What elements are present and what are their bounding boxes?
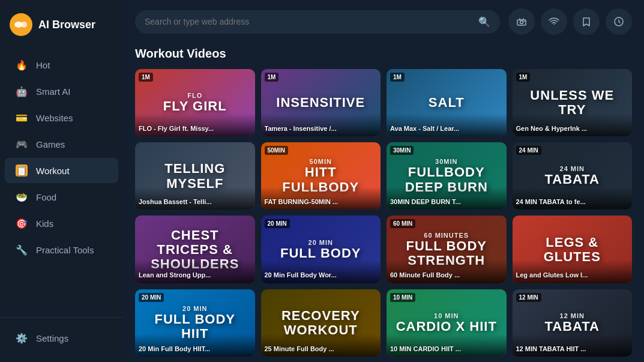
video-overlay: 24 MIN TABATA to fe... (513, 187, 633, 210)
video-title: 10 MIN CARDIO HIIT ... (390, 345, 503, 353)
sidebar-item-websites[interactable]: 💳 Websites (5, 105, 118, 130)
content-area: Workout Videos 1MFLOFLY GIRLFLO - Fly Gi… (123, 43, 644, 362)
video-main-label: SALT (393, 95, 501, 110)
video-title: 30MIN DEEP BURN T... (390, 198, 503, 206)
video-card[interactable]: 20 MIN20 MINFULL BODY20 Min Full Body Wo… (261, 216, 381, 283)
video-duration-badge: 60 MIN (390, 219, 415, 228)
video-title: Joshua Bassett - Telli... (139, 198, 251, 206)
video-thumbnail: 30MIN30MINFULLBODY DEEP BURN30MIN DEEP B… (387, 142, 507, 210)
video-duration-badge: 1M (390, 73, 405, 82)
sidebar-item-practical-tools[interactable]: 🔧 Practical Tools (5, 237, 118, 262)
sidebar-item-label-hot: Hot (36, 60, 50, 70)
video-title: FAT BURNING-50MIN ... (265, 198, 378, 206)
sidebar-item-workout[interactable]: 📋 Workout (5, 158, 118, 183)
svg-point-2 (21, 22, 27, 28)
main-content: 🔍 (123, 0, 644, 362)
wifi-icon-btn[interactable] (541, 8, 567, 35)
sidebar-item-label-food: Food (36, 192, 56, 202)
video-card[interactable]: 50MIN50MINHITT FULLBODYFAT BURNING-50MIN… (261, 142, 381, 210)
video-overlay: Lean and Strong Upp... (135, 260, 255, 283)
video-overlay: Gen Neo & HyperInk ... (513, 113, 633, 136)
video-title: FLO - Fly Girl ft. Missy... (139, 124, 251, 133)
video-overlay: FAT BURNING-50MIN ... (261, 187, 381, 210)
bookmark-icon-btn[interactable] (573, 8, 600, 35)
video-main-label: 24 MINTABATA (518, 165, 626, 187)
video-main-label: 20 MINFULL BODY (266, 238, 375, 260)
hot-icon: 🔥 (16, 59, 28, 71)
video-duration-badge: 20 MIN (139, 293, 164, 302)
video-main-label: 10 MINCARDIO X HIIT (393, 312, 501, 334)
video-overlay: Leg and Glutes Low I... (513, 260, 633, 283)
video-card[interactable]: 10 MIN10 MINCARDIO X HIIT10 MIN CARDIO H… (387, 289, 507, 357)
video-grid: 1MFLOFLY GIRLFLO - Fly Girl ft. Missy...… (135, 69, 632, 357)
video-duration-badge: 12 MIN (516, 293, 541, 302)
history-icon-btn[interactable] (606, 8, 632, 35)
video-thumbnail: 20 MIN20 MINFULL BODY HIIT20 Min Full Bo… (135, 289, 255, 357)
svg-point-4 (520, 21, 523, 24)
sidebar-item-games[interactable]: 🎮 Games (5, 131, 118, 157)
sidebar-item-label-practical-tools: Practical Tools (36, 245, 94, 255)
video-main-label: INSENSITIVE (266, 95, 375, 110)
video-title: 12 MIN TABATA HIIT ... (516, 345, 629, 353)
video-card[interactable]: LEGS & GLUTESLeg and Glutes Low I... (513, 216, 633, 283)
video-card[interactable]: 12 MIN12 MINTABATA12 MIN TABATA HIIT ... (513, 289, 633, 357)
video-card[interactable]: 1MFLOFLY GIRLFLO - Fly Girl ft. Missy... (135, 69, 255, 136)
video-card[interactable]: 20 MIN20 MINFULL BODY HIIT20 Min Full Bo… (135, 289, 255, 357)
video-card[interactable]: TELLING MYSELFJoshua Bassett - Telli... (135, 142, 255, 210)
food-icon: 🥗 (16, 191, 28, 203)
svg-point-5 (524, 21, 525, 22)
video-title: 20 Min Full Body HIIT... (139, 345, 251, 353)
video-title: Ava Max - Salt / Lear... (390, 124, 503, 133)
video-card[interactable]: 30MIN30MINFULLBODY DEEP BURN30MIN DEEP B… (387, 142, 507, 210)
video-title: 60 Minute Full Body ... (390, 271, 503, 279)
video-card[interactable]: 24 MIN24 MINTABATA24 MIN TABATA to fe... (513, 142, 633, 210)
video-overlay: 25 Minute Full Body ... (261, 334, 381, 357)
video-duration-badge: 20 MIN (265, 219, 290, 228)
settings-item[interactable]: ⚙️ Settings (5, 325, 118, 351)
settings-label: Settings (36, 333, 68, 343)
video-card[interactable]: 60 MIN60 MINUTESFULL BODY STRENGTH60 Min… (387, 216, 507, 283)
video-overlay: 20 Min Full Body Wor... (261, 260, 381, 283)
app-name: AI Browser (38, 19, 95, 31)
sidebar-item-hot[interactable]: 🔥 Hot (5, 52, 118, 77)
projector-icon-btn[interactable] (508, 8, 535, 35)
video-overlay: 60 Minute Full Body ... (387, 260, 507, 283)
sidebar-item-label-kids: Kids (36, 219, 53, 229)
video-title: 24 MIN TABATA to fe... (516, 198, 629, 206)
topbar-actions (508, 8, 632, 35)
sidebar-item-smart-ai[interactable]: 🤖 Smart AI (5, 79, 118, 104)
sidebar-item-kids[interactable]: 🎯 Kids (5, 211, 118, 236)
video-card[interactable]: 1MSALTAva Max - Salt / Lear... (387, 69, 507, 136)
video-thumbnail: 1MFLOFLY GIRLFLO - Fly Girl ft. Missy... (135, 69, 255, 136)
video-title: Lean and Strong Upp... (139, 271, 251, 279)
video-overlay: FLO - Fly Girl ft. Missy... (135, 113, 255, 136)
video-card[interactable]: RECOVERY WORKOUT25 Minute Full Body ... (261, 289, 381, 357)
video-thumbnail: RECOVERY WORKOUT25 Minute Full Body ... (261, 289, 381, 357)
practical-tools-icon: 🔧 (16, 244, 28, 256)
video-overlay: Ava Max - Salt / Lear... (387, 113, 507, 136)
video-thumbnail: 1MINSENSITIVETamera - Insensitive /... (261, 69, 381, 136)
settings-icon: ⚙️ (16, 332, 28, 344)
video-main-label: 12 MINTABATA (518, 312, 626, 334)
video-card[interactable]: 1MUNLESS WE TRYGen Neo & HyperInk ... (513, 69, 633, 136)
sidebar-item-food[interactable]: 🥗 Food (5, 184, 118, 210)
sidebar: AI Browser 🔥 Hot 🤖 Smart AI 💳 Websites 🎮… (0, 0, 123, 362)
video-card[interactable]: CHEST TRICEPS & SHOULDERSLean and Strong… (135, 216, 255, 283)
search-icon[interactable]: 🔍 (478, 16, 490, 28)
video-duration-badge: 50MIN (265, 146, 288, 155)
search-input[interactable] (145, 17, 472, 26)
video-card[interactable]: 1MINSENSITIVETamera - Insensitive /... (261, 69, 381, 136)
video-duration-badge: 1M (139, 73, 153, 82)
sidebar-bottom: ⚙️ Settings (0, 317, 123, 362)
video-overlay: Joshua Bassett - Telli... (135, 187, 255, 210)
sidebar-item-label-workout: Workout (36, 166, 70, 176)
nav-list: 🔥 Hot 🤖 Smart AI 💳 Websites 🎮 Games 📋 Wo… (0, 47, 123, 317)
websites-icon: 💳 (16, 112, 28, 124)
sidebar-item-label-games: Games (36, 139, 65, 149)
video-duration-badge: 10 MIN (390, 293, 415, 302)
video-overlay: 20 Min Full Body HIIT... (135, 334, 255, 357)
smart-ai-icon: 🤖 (16, 85, 28, 97)
search-bar[interactable]: 🔍 (135, 10, 500, 34)
kids-icon: 🎯 (16, 217, 28, 229)
video-thumbnail: TELLING MYSELFJoshua Bassett - Telli... (135, 142, 255, 210)
